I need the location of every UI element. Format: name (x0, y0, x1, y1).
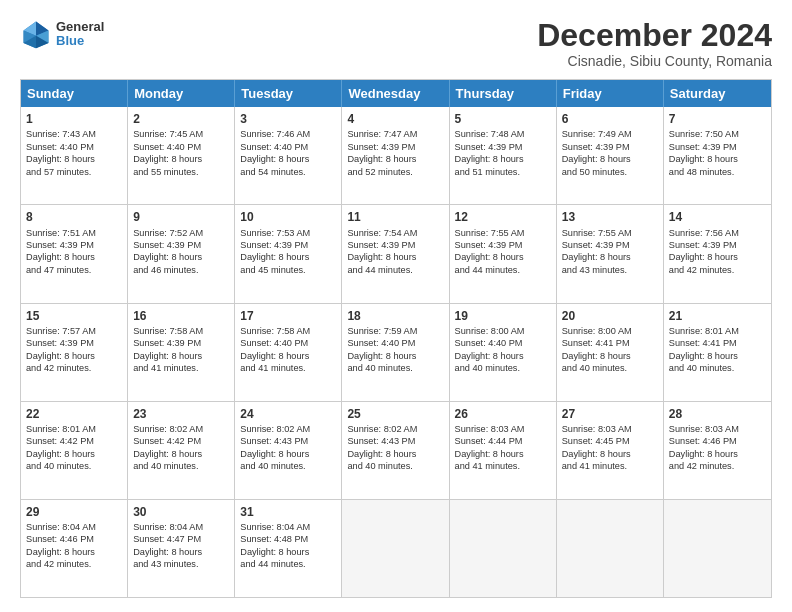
calendar-cell-14: 14Sunrise: 7:56 AM Sunset: 4:39 PM Dayli… (664, 205, 771, 302)
calendar-cell-1: 1Sunrise: 7:43 AM Sunset: 4:40 PM Daylig… (21, 107, 128, 204)
calendar-row-3: 15Sunrise: 7:57 AM Sunset: 4:39 PM Dayli… (21, 303, 771, 401)
date-number: 15 (26, 308, 122, 324)
cell-info: Sunrise: 7:55 AM Sunset: 4:39 PM Dayligh… (562, 227, 658, 277)
cell-info: Sunrise: 7:48 AM Sunset: 4:39 PM Dayligh… (455, 128, 551, 178)
date-number: 9 (133, 209, 229, 225)
calendar-cell-21: 21Sunrise: 8:01 AM Sunset: 4:41 PM Dayli… (664, 304, 771, 401)
day-header-saturday: Saturday (664, 80, 771, 107)
cell-info: Sunrise: 8:04 AM Sunset: 4:48 PM Dayligh… (240, 521, 336, 571)
calendar-cell-12: 12Sunrise: 7:55 AM Sunset: 4:39 PM Dayli… (450, 205, 557, 302)
day-header-wednesday: Wednesday (342, 80, 449, 107)
date-number: 18 (347, 308, 443, 324)
cell-info: Sunrise: 8:02 AM Sunset: 4:42 PM Dayligh… (133, 423, 229, 473)
date-number: 31 (240, 504, 336, 520)
logo: General Blue (20, 18, 104, 50)
calendar-cell-29: 29Sunrise: 8:04 AM Sunset: 4:46 PM Dayli… (21, 500, 128, 597)
calendar-row-4: 22Sunrise: 8:01 AM Sunset: 4:42 PM Dayli… (21, 401, 771, 499)
date-number: 3 (240, 111, 336, 127)
date-number: 24 (240, 406, 336, 422)
title-block: December 2024 Cisnadie, Sibiu County, Ro… (537, 18, 772, 69)
date-number: 12 (455, 209, 551, 225)
cell-info: Sunrise: 8:03 AM Sunset: 4:45 PM Dayligh… (562, 423, 658, 473)
date-number: 11 (347, 209, 443, 225)
calendar-cell-5: 5Sunrise: 7:48 AM Sunset: 4:39 PM Daylig… (450, 107, 557, 204)
cell-info: Sunrise: 8:01 AM Sunset: 4:41 PM Dayligh… (669, 325, 766, 375)
calendar-cell-3: 3Sunrise: 7:46 AM Sunset: 4:40 PM Daylig… (235, 107, 342, 204)
calendar-row-5: 29Sunrise: 8:04 AM Sunset: 4:46 PM Dayli… (21, 499, 771, 597)
header: General Blue December 2024 Cisnadie, Sib… (20, 18, 772, 69)
cell-info: Sunrise: 7:59 AM Sunset: 4:40 PM Dayligh… (347, 325, 443, 375)
cell-info: Sunrise: 8:03 AM Sunset: 4:46 PM Dayligh… (669, 423, 766, 473)
cell-info: Sunrise: 8:01 AM Sunset: 4:42 PM Dayligh… (26, 423, 122, 473)
calendar-cell-20: 20Sunrise: 8:00 AM Sunset: 4:41 PM Dayli… (557, 304, 664, 401)
date-number: 1 (26, 111, 122, 127)
calendar-cell-6: 6Sunrise: 7:49 AM Sunset: 4:39 PM Daylig… (557, 107, 664, 204)
day-header-thursday: Thursday (450, 80, 557, 107)
calendar-cell-17: 17Sunrise: 7:58 AM Sunset: 4:40 PM Dayli… (235, 304, 342, 401)
date-number: 7 (669, 111, 766, 127)
date-number: 20 (562, 308, 658, 324)
date-number: 8 (26, 209, 122, 225)
calendar-cell-9: 9Sunrise: 7:52 AM Sunset: 4:39 PM Daylig… (128, 205, 235, 302)
date-number: 2 (133, 111, 229, 127)
date-number: 30 (133, 504, 229, 520)
calendar-cell-18: 18Sunrise: 7:59 AM Sunset: 4:40 PM Dayli… (342, 304, 449, 401)
date-number: 27 (562, 406, 658, 422)
date-number: 4 (347, 111, 443, 127)
date-number: 16 (133, 308, 229, 324)
date-number: 22 (26, 406, 122, 422)
cell-info: Sunrise: 7:57 AM Sunset: 4:39 PM Dayligh… (26, 325, 122, 375)
cell-info: Sunrise: 8:00 AM Sunset: 4:40 PM Dayligh… (455, 325, 551, 375)
cell-info: Sunrise: 7:45 AM Sunset: 4:40 PM Dayligh… (133, 128, 229, 178)
calendar-cell-empty-4-6 (664, 500, 771, 597)
cell-info: Sunrise: 8:02 AM Sunset: 4:43 PM Dayligh… (347, 423, 443, 473)
calendar-header: SundayMondayTuesdayWednesdayThursdayFrid… (21, 80, 771, 107)
date-number: 19 (455, 308, 551, 324)
cell-info: Sunrise: 7:49 AM Sunset: 4:39 PM Dayligh… (562, 128, 658, 178)
calendar-cell-10: 10Sunrise: 7:53 AM Sunset: 4:39 PM Dayli… (235, 205, 342, 302)
page: General Blue December 2024 Cisnadie, Sib… (0, 0, 792, 612)
logo-blue: Blue (56, 34, 104, 48)
calendar-cell-8: 8Sunrise: 7:51 AM Sunset: 4:39 PM Daylig… (21, 205, 128, 302)
date-number: 13 (562, 209, 658, 225)
page-subtitle: Cisnadie, Sibiu County, Romania (537, 53, 772, 69)
cell-info: Sunrise: 7:56 AM Sunset: 4:39 PM Dayligh… (669, 227, 766, 277)
calendar-cell-31: 31Sunrise: 8:04 AM Sunset: 4:48 PM Dayli… (235, 500, 342, 597)
date-number: 10 (240, 209, 336, 225)
cell-info: Sunrise: 8:04 AM Sunset: 4:47 PM Dayligh… (133, 521, 229, 571)
date-number: 28 (669, 406, 766, 422)
calendar-cell-15: 15Sunrise: 7:57 AM Sunset: 4:39 PM Dayli… (21, 304, 128, 401)
cell-info: Sunrise: 8:03 AM Sunset: 4:44 PM Dayligh… (455, 423, 551, 473)
calendar-cell-empty-4-5 (557, 500, 664, 597)
calendar-row-1: 1Sunrise: 7:43 AM Sunset: 4:40 PM Daylig… (21, 107, 771, 204)
calendar-cell-16: 16Sunrise: 7:58 AM Sunset: 4:39 PM Dayli… (128, 304, 235, 401)
cell-info: Sunrise: 7:50 AM Sunset: 4:39 PM Dayligh… (669, 128, 766, 178)
cell-info: Sunrise: 7:47 AM Sunset: 4:39 PM Dayligh… (347, 128, 443, 178)
calendar-cell-26: 26Sunrise: 8:03 AM Sunset: 4:44 PM Dayli… (450, 402, 557, 499)
calendar-cell-27: 27Sunrise: 8:03 AM Sunset: 4:45 PM Dayli… (557, 402, 664, 499)
calendar-cell-22: 22Sunrise: 8:01 AM Sunset: 4:42 PM Dayli… (21, 402, 128, 499)
day-header-monday: Monday (128, 80, 235, 107)
date-number: 14 (669, 209, 766, 225)
day-header-tuesday: Tuesday (235, 80, 342, 107)
cell-info: Sunrise: 7:54 AM Sunset: 4:39 PM Dayligh… (347, 227, 443, 277)
cell-info: Sunrise: 8:00 AM Sunset: 4:41 PM Dayligh… (562, 325, 658, 375)
calendar-cell-2: 2Sunrise: 7:45 AM Sunset: 4:40 PM Daylig… (128, 107, 235, 204)
date-number: 5 (455, 111, 551, 127)
calendar-cell-24: 24Sunrise: 8:02 AM Sunset: 4:43 PM Dayli… (235, 402, 342, 499)
calendar-cell-25: 25Sunrise: 8:02 AM Sunset: 4:43 PM Dayli… (342, 402, 449, 499)
calendar-cell-11: 11Sunrise: 7:54 AM Sunset: 4:39 PM Dayli… (342, 205, 449, 302)
calendar-cell-13: 13Sunrise: 7:55 AM Sunset: 4:39 PM Dayli… (557, 205, 664, 302)
day-header-friday: Friday (557, 80, 664, 107)
cell-info: Sunrise: 8:04 AM Sunset: 4:46 PM Dayligh… (26, 521, 122, 571)
calendar-cell-7: 7Sunrise: 7:50 AM Sunset: 4:39 PM Daylig… (664, 107, 771, 204)
cell-info: Sunrise: 7:43 AM Sunset: 4:40 PM Dayligh… (26, 128, 122, 178)
page-title: December 2024 (537, 18, 772, 53)
cell-info: Sunrise: 7:51 AM Sunset: 4:39 PM Dayligh… (26, 227, 122, 277)
day-header-sunday: Sunday (21, 80, 128, 107)
date-number: 6 (562, 111, 658, 127)
calendar-cell-28: 28Sunrise: 8:03 AM Sunset: 4:46 PM Dayli… (664, 402, 771, 499)
calendar-cell-23: 23Sunrise: 8:02 AM Sunset: 4:42 PM Dayli… (128, 402, 235, 499)
date-number: 21 (669, 308, 766, 324)
calendar-body: 1Sunrise: 7:43 AM Sunset: 4:40 PM Daylig… (21, 107, 771, 597)
